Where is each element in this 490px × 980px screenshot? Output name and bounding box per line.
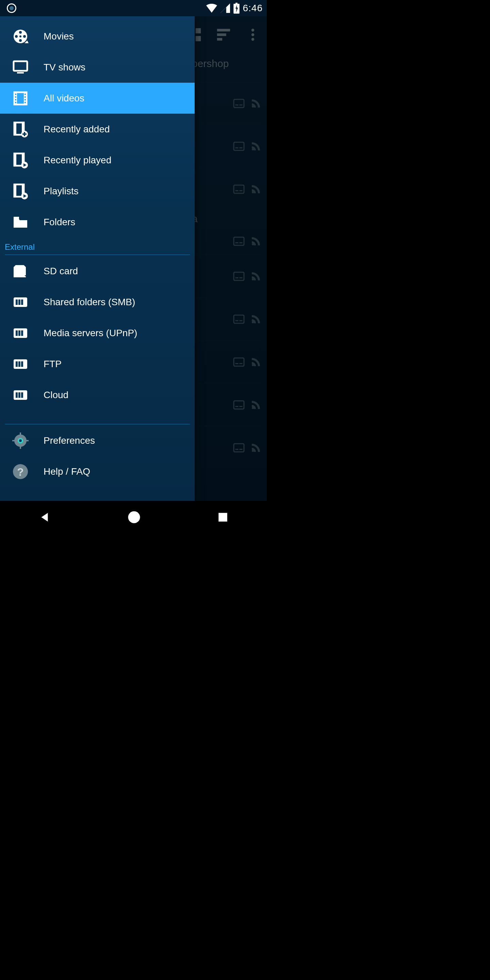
divider — [5, 424, 190, 424]
nav-label: Media servers (UPnP) — [43, 328, 137, 339]
help-icon: ? — [12, 463, 29, 480]
signal-icon — [221, 3, 230, 13]
svg-point-51 — [19, 39, 22, 42]
svg-rect-81 — [16, 299, 18, 305]
nav-label: Preferences — [43, 435, 95, 446]
svg-point-50 — [23, 35, 26, 38]
nav-item-preferences[interactable]: Preferences — [0, 425, 195, 456]
nav-label: SD card — [43, 266, 78, 277]
nav-label: Cloud — [43, 390, 68, 401]
battery-charging-icon — [234, 3, 240, 14]
nav-item-folders[interactable]: Folders — [0, 207, 195, 237]
nav-item-playlists[interactable]: Playlists — [0, 176, 195, 207]
nav-item-recently-added[interactable]: Recently added — [0, 114, 195, 145]
tv-icon — [12, 59, 29, 76]
nav-label: Playlists — [43, 186, 79, 197]
folder-icon — [12, 214, 29, 231]
svg-rect-64 — [24, 96, 26, 98]
svg-rect-68 — [14, 123, 16, 135]
nav-item-recently-played[interactable]: Recently played — [0, 145, 195, 176]
nav-label: Recently added — [43, 124, 110, 135]
sd-card-icon — [12, 263, 29, 279]
svg-rect-65 — [24, 99, 26, 100]
nav-item-movies[interactable]: Movies — [0, 21, 195, 52]
nav-item-upnp[interactable]: Media servers (UPnP) — [0, 318, 195, 348]
video-icon — [12, 90, 29, 107]
svg-point-53 — [19, 35, 21, 37]
nav-label: TV shows — [43, 62, 86, 73]
svg-point-49 — [19, 31, 22, 34]
nav-label: Shared folders (SMB) — [43, 297, 135, 308]
nav-label: Recently played — [43, 155, 111, 166]
svg-rect-66 — [24, 102, 26, 103]
status-right: 6:46 — [206, 3, 263, 14]
svg-rect-79 — [14, 217, 19, 219]
svg-rect-93 — [16, 392, 18, 398]
svg-point-52 — [15, 35, 18, 38]
svg-text:?: ? — [17, 466, 24, 478]
playlist-icon — [12, 183, 29, 199]
nav-item-tv-shows[interactable]: TV shows — [0, 52, 195, 83]
navigation-drawer: Movies TV shows All videos Recently adde… — [0, 16, 195, 501]
nav-item-cloud[interactable]: Cloud — [0, 379, 195, 410]
status-indicator-icon — [7, 3, 16, 13]
system-navigation-bar — [0, 501, 267, 533]
svg-rect-76 — [14, 185, 16, 197]
svg-rect-94 — [18, 392, 21, 398]
svg-rect-85 — [16, 331, 18, 336]
home-button[interactable] — [127, 510, 141, 524]
section-header-external: External — [0, 240, 195, 255]
svg-rect-102 — [26, 440, 29, 441]
svg-rect-89 — [16, 361, 18, 367]
svg-rect-54 — [14, 61, 27, 71]
svg-rect-106 — [219, 513, 228, 522]
divider — [5, 255, 190, 255]
storage-icon — [12, 294, 29, 310]
nav-label: Movies — [43, 31, 74, 42]
nav-item-all-videos[interactable]: All videos — [0, 83, 195, 114]
svg-rect-62 — [15, 102, 16, 103]
svg-rect-83 — [21, 299, 23, 305]
nav-label: FTP — [43, 359, 62, 369]
svg-rect-100 — [20, 446, 21, 449]
status-clock: 6:46 — [243, 3, 263, 14]
svg-rect-99 — [20, 433, 21, 435]
wifi-icon — [206, 3, 217, 13]
svg-rect-91 — [21, 361, 23, 367]
svg-point-98 — [19, 439, 22, 442]
svg-rect-95 — [21, 392, 23, 398]
nav-item-sd-card[interactable]: SD card — [0, 256, 195, 286]
svg-rect-101 — [12, 440, 15, 441]
nav-label: Help / FAQ — [43, 466, 90, 477]
svg-rect-86 — [18, 331, 21, 336]
storage-icon — [12, 356, 29, 372]
video-add-icon — [12, 121, 29, 137]
svg-rect-63 — [24, 94, 26, 95]
svg-point-105 — [128, 511, 140, 523]
nav-label: Folders — [43, 217, 75, 228]
gear-icon — [12, 433, 29, 449]
nav-item-smb[interactable]: Shared folders (SMB) — [0, 286, 195, 318]
storage-icon — [12, 325, 29, 341]
video-play-icon — [12, 152, 29, 169]
svg-rect-61 — [15, 99, 16, 100]
nav-item-help[interactable]: ? Help / FAQ — [0, 456, 195, 487]
nav-item-ftp[interactable]: FTP — [0, 348, 195, 379]
svg-rect-55 — [17, 72, 24, 73]
nav-label: All videos — [43, 93, 84, 104]
back-button[interactable] — [38, 511, 51, 524]
svg-rect-72 — [14, 153, 16, 166]
recent-apps-button[interactable] — [217, 511, 229, 523]
storage-icon — [12, 387, 29, 403]
svg-rect-87 — [21, 331, 23, 336]
svg-rect-1 — [235, 3, 237, 4]
svg-rect-82 — [18, 299, 21, 305]
film-reel-icon — [12, 28, 29, 45]
svg-rect-90 — [18, 361, 21, 367]
svg-rect-60 — [15, 96, 16, 98]
status-bar: 6:46 — [0, 0, 267, 16]
svg-rect-59 — [15, 94, 16, 95]
